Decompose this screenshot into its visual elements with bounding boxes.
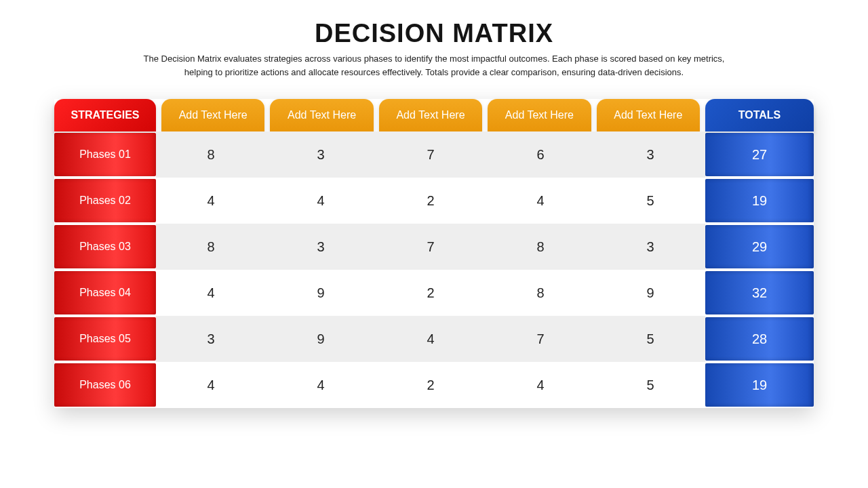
cell-value: 3 bbox=[156, 316, 266, 362]
phase-label: Phases 05 bbox=[54, 317, 156, 361]
cell-value: 2 bbox=[376, 270, 486, 316]
total-value: 27 bbox=[705, 133, 814, 176]
table-row: Phases 03 8 3 7 8 3 29 bbox=[54, 224, 814, 270]
cell-value: 9 bbox=[266, 316, 376, 362]
header-strategies: STRATEGIES bbox=[54, 99, 156, 131]
cell-value: 8 bbox=[156, 224, 266, 270]
cell-value: 8 bbox=[486, 270, 595, 316]
table-row: Phases 02 4 4 2 4 5 19 bbox=[54, 178, 814, 224]
decision-matrix: STRATEGIES Add Text Here Add Text Here A… bbox=[54, 99, 814, 408]
cell-value: 4 bbox=[156, 178, 266, 224]
cell-value: 6 bbox=[486, 131, 595, 178]
cell-value: 3 bbox=[266, 131, 376, 178]
cell-value: 4 bbox=[156, 270, 266, 316]
cell-value: 3 bbox=[595, 131, 705, 178]
cell-value: 3 bbox=[595, 224, 705, 270]
header-totals: TOTALS bbox=[705, 99, 814, 131]
table-row: Phases 01 8 3 7 6 3 27 bbox=[54, 131, 814, 178]
page-subtitle: The Decision Matrix evaluates strategies… bbox=[129, 52, 739, 79]
header-col1: Add Text Here bbox=[161, 99, 264, 131]
total-value: 28 bbox=[705, 317, 814, 361]
header-col4: Add Text Here bbox=[488, 99, 591, 131]
phase-label: Phases 02 bbox=[54, 179, 156, 222]
header-col3: Add Text Here bbox=[379, 99, 482, 131]
cell-value: 5 bbox=[595, 362, 705, 408]
cell-value: 4 bbox=[266, 362, 376, 408]
matrix-body: Phases 01 8 3 7 6 3 27 Phases 02 4 4 2 4… bbox=[54, 131, 814, 408]
header-col2: Add Text Here bbox=[270, 99, 373, 131]
cell-value: 4 bbox=[376, 316, 486, 362]
cell-value: 4 bbox=[486, 362, 595, 408]
cell-value: 7 bbox=[376, 224, 486, 270]
total-value: 32 bbox=[705, 271, 814, 314]
cell-value: 8 bbox=[486, 224, 595, 270]
phase-label: Phases 03 bbox=[54, 225, 156, 268]
cell-value: 5 bbox=[595, 316, 705, 362]
cell-value: 5 bbox=[595, 178, 705, 224]
cell-value: 8 bbox=[156, 131, 266, 178]
phase-label: Phases 01 bbox=[54, 133, 156, 176]
total-value: 29 bbox=[705, 225, 814, 268]
table-row: Phases 05 3 9 4 7 5 28 bbox=[54, 316, 814, 362]
cell-value: 4 bbox=[156, 362, 266, 408]
header-row: STRATEGIES Add Text Here Add Text Here A… bbox=[54, 99, 814, 131]
total-value: 19 bbox=[705, 363, 814, 407]
cell-value: 9 bbox=[266, 270, 376, 316]
phase-label: Phases 06 bbox=[54, 363, 156, 407]
page-title: DECISION MATRIX bbox=[315, 19, 553, 48]
cell-value: 4 bbox=[266, 178, 376, 224]
cell-value: 9 bbox=[595, 270, 705, 316]
total-value: 19 bbox=[705, 179, 814, 222]
cell-value: 7 bbox=[376, 131, 486, 178]
cell-value: 2 bbox=[376, 362, 486, 408]
phase-label: Phases 04 bbox=[54, 271, 156, 314]
cell-value: 4 bbox=[486, 178, 595, 224]
cell-value: 2 bbox=[376, 178, 486, 224]
header-col5: Add Text Here bbox=[597, 99, 700, 131]
cell-value: 3 bbox=[266, 224, 376, 270]
table-row: Phases 06 4 4 2 4 5 19 bbox=[54, 362, 814, 408]
table-row: Phases 04 4 9 2 8 9 32 bbox=[54, 270, 814, 316]
cell-value: 7 bbox=[486, 316, 595, 362]
